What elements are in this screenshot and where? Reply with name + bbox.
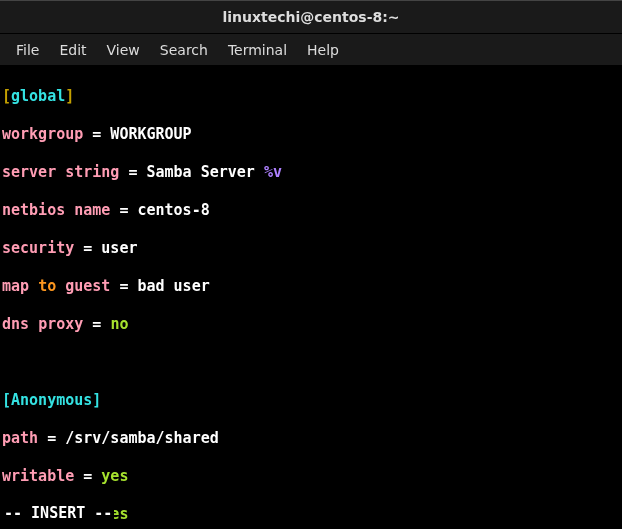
bracket-open: [ bbox=[2, 87, 11, 105]
key-security: security bbox=[2, 239, 74, 257]
val-netbios: = centos-8 bbox=[119, 201, 209, 219]
val-server-string: = Samba Server bbox=[128, 163, 263, 181]
val-workgroup: = WORKGROUP bbox=[92, 125, 191, 143]
section-name-anonymous: Anonymous bbox=[11, 391, 92, 409]
menu-help[interactable]: Help bbox=[297, 38, 349, 62]
val-map: = bad user bbox=[119, 277, 209, 295]
var-v: %v bbox=[264, 163, 282, 181]
vim-status-line: -- INSERT -- bbox=[2, 502, 114, 523]
menu-terminal[interactable]: Terminal bbox=[218, 38, 297, 62]
key-workgroup: workgroup bbox=[2, 125, 83, 143]
key-server: server bbox=[2, 163, 56, 181]
key-path: path bbox=[2, 429, 38, 447]
key-string: string bbox=[65, 163, 119, 181]
window-title: linuxtechi@centos-8:~ bbox=[222, 9, 399, 25]
key-to: to bbox=[38, 277, 56, 295]
line-security: security = user bbox=[2, 239, 620, 258]
line-anonymous-header: [Anonymous] bbox=[2, 391, 620, 410]
key-writable: writable bbox=[2, 467, 74, 485]
val-path: = /srv/samba/shared bbox=[47, 429, 219, 447]
val-dns: no bbox=[110, 315, 128, 333]
line-workgroup: workgroup = WORKGROUP bbox=[2, 125, 620, 144]
val-writable: yes bbox=[101, 467, 128, 485]
vim-mode: -- INSERT -- bbox=[4, 504, 112, 522]
bracket-open: [ bbox=[2, 391, 11, 409]
line-dns-proxy: dns proxy = no bbox=[2, 315, 620, 334]
val-security: = user bbox=[83, 239, 137, 257]
bracket-close: ] bbox=[92, 391, 101, 409]
key-netbios: netbios bbox=[2, 201, 65, 219]
eq-dns: = bbox=[92, 315, 110, 333]
menu-search[interactable]: Search bbox=[150, 38, 218, 62]
key-proxy: proxy bbox=[38, 315, 83, 333]
bracket-close: ] bbox=[65, 87, 74, 105]
menu-edit[interactable]: Edit bbox=[49, 38, 96, 62]
key-guest: guest bbox=[65, 277, 110, 295]
key-map: map bbox=[2, 277, 29, 295]
section-name-global: global bbox=[11, 87, 65, 105]
menu-view[interactable]: View bbox=[97, 38, 150, 62]
terminal-content[interactable]: [global] workgroup = WORKGROUP server st… bbox=[0, 66, 622, 529]
key-dns: dns bbox=[2, 315, 29, 333]
blank-line bbox=[2, 353, 620, 372]
line-netbios: netbios name = centos-8 bbox=[2, 201, 620, 220]
line-global-header: [global] bbox=[2, 87, 620, 106]
window-titlebar: linuxtechi@centos-8:~ bbox=[0, 0, 622, 34]
menu-file[interactable]: File bbox=[6, 38, 49, 62]
key-name: name bbox=[74, 201, 110, 219]
line-anon-path: path = /srv/samba/shared bbox=[2, 429, 620, 448]
line-map-to-guest: map to guest = bad user bbox=[2, 277, 620, 296]
menubar: File Edit View Search Terminal Help bbox=[0, 34, 622, 66]
eq-writable: = bbox=[83, 467, 101, 485]
line-server-string: server string = Samba Server %v bbox=[2, 163, 620, 182]
line-anon-writable: writable = yes bbox=[2, 467, 620, 486]
